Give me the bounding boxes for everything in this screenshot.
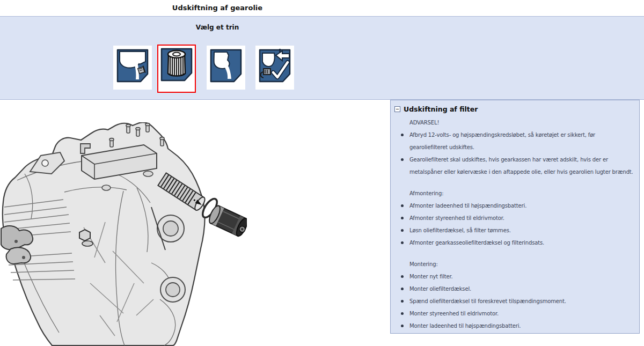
minus-box-icon[interactable]	[394, 106, 400, 112]
filter-detail-panel: Udskiftning af filter ADVARSEL!Afbryd 12…	[390, 100, 640, 334]
bullet-icon	[401, 229, 404, 232]
fill-oil-step-icon	[209, 48, 243, 84]
instruction-text: ADVARSEL!	[398, 116, 634, 129]
gearbox-filter-illustration	[0, 122, 247, 346]
bullet-icon	[401, 288, 404, 290]
bullet-icon	[401, 158, 404, 161]
instruction-label: Montering:	[409, 261, 438, 267]
step-verify-button[interactable]	[255, 46, 294, 90]
step-selector-heading: Vælg et trin	[0, 24, 435, 31]
instruction-bullet: Spænd oliefilterdæksel til foreskrevet t…	[398, 295, 634, 307]
instruction-label: Afbryd 12-volts- og højspændingskredsløb…	[409, 132, 595, 150]
step-drain-oil-button[interactable]	[113, 46, 152, 90]
page-title: Udskiftning af gearolie	[0, 0, 435, 16]
instruction-bullet: Afmonter gearkasseoliefilterdæksel og fi…	[398, 237, 634, 249]
instruction-label: Spænd oliefilterdæksel til foreskrevet t…	[409, 298, 566, 304]
step-replace-filter-button[interactable]	[157, 45, 196, 93]
instruction-text: Afmontering:	[398, 187, 634, 200]
instruction-bullet: Monter oliefilterdæksel.	[398, 283, 634, 295]
instruction-label: Afmonter gearkasseoliefilterdæksel og fi…	[409, 240, 544, 246]
instruction-bullet: Monter ladeenhed til højspændingsbatteri…	[398, 320, 634, 332]
step-fill-oil-button[interactable]	[207, 46, 245, 90]
instruction-label: Monter ladeenhed til højspændingsbatteri…	[409, 323, 521, 329]
bullet-icon	[401, 217, 404, 219]
spacer	[398, 178, 634, 187]
instruction-text: Montering:	[398, 258, 634, 270]
instruction-bullet: Monter nyt filter.	[398, 270, 634, 283]
bullet-icon	[401, 204, 404, 207]
filter-step-icon	[160, 47, 193, 83]
gear-oil-procedure-screen: Udskiftning af gearolie Vælg et trin	[0, 0, 644, 346]
bullet-icon	[401, 312, 404, 315]
instruction-bullet: Monter styreenhed til eldrivmotor.	[398, 307, 634, 320]
bullet-icon	[401, 134, 404, 136]
detail-panel-header: Udskiftning af filter	[394, 105, 634, 113]
instruction-label: Monter oliefilterdæksel.	[409, 286, 471, 292]
instruction-bullet: Løsn oliefilterdæksel, så filter tømmes.	[398, 224, 634, 237]
spacer	[398, 249, 634, 258]
drain-oil-step-icon	[116, 48, 149, 84]
instruction-label: Monter styreenhed til eldrivmotor.	[409, 311, 499, 316]
instruction-label: Løsn oliefilterdæksel, så filter tømmes.	[409, 227, 511, 233]
instruction-label: Gearoliefilteret skal udskiftes, hvis ge…	[409, 157, 633, 175]
instruction-label: Afmontering:	[409, 190, 443, 196]
instruction-label: ADVARSEL!	[409, 120, 439, 126]
panel-title: Udskiftning af filter	[404, 105, 478, 113]
instruction-label: Afmonter styreenhed til eldrivmotor.	[409, 215, 504, 221]
instruction-bullet: Gearoliefilteret skal udskiftes, hvis ge…	[398, 153, 634, 178]
bullet-icon	[401, 325, 404, 327]
instruction-label: Monter nyt filter.	[409, 274, 453, 279]
bullet-icon	[401, 241, 404, 244]
instruction-bullet: Afbryd 12-volts- og højspændingskredsløb…	[398, 129, 634, 153]
instruction-label: Afmonter ladeenhed til højspændingsbatte…	[409, 203, 526, 209]
bullet-icon	[401, 275, 404, 278]
instruction-bullet: Afmonter styreenhed til eldrivmotor.	[398, 212, 634, 224]
instruction-bullet: Afmonter ladeenhed til højspændingsbatte…	[398, 200, 634, 212]
verify-connect-step-icon	[258, 48, 291, 84]
step-selector-band: Vælg et trin	[0, 16, 644, 100]
bullet-icon	[401, 300, 404, 303]
instruction-list: ADVARSEL!Afbryd 12-volts- og højspænding…	[398, 116, 634, 332]
